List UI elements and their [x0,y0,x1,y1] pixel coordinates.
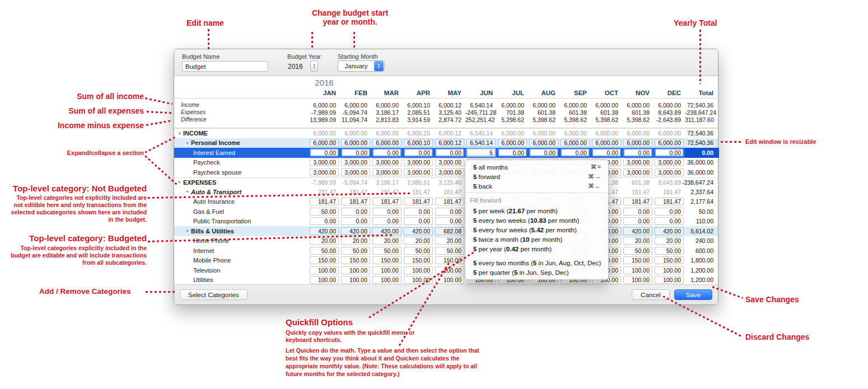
editable-cell[interactable]: 181.47 [341,198,370,205]
editable-cell[interactable]: 20.00 [435,237,464,245]
disclosure-triangle-icon[interactable]: ▼ [185,141,189,145]
editable-cell[interactable]: 0.00 [529,148,558,157]
editable-cell[interactable]: 0.00 [655,217,684,225]
editable-cell[interactable]: 6,000.00 [655,139,684,147]
editable-cell[interactable]: 50.00 [310,208,339,215]
editable-cell[interactable]: 3,000.00 [372,158,402,166]
editable-cell[interactable]: 100.00 [623,266,652,274]
editable-cell[interactable]: 3,000.00 [310,158,339,166]
editing-cell[interactable]: 5 [466,148,496,157]
editable-cell[interactable]: 100.00 [310,266,339,274]
disclosure-triangle-icon[interactable]: ▼ [178,180,181,184]
editable-cell[interactable]: 100.00 [655,276,684,284]
editable-cell[interactable]: 3,000.00 [623,158,652,166]
menu-item-5-per-quarter-5-in-jun-sep-dec[interactable]: 5 per quarter (5 in Jun, Sep, Dec) [465,268,608,277]
editable-cell[interactable]: 6,000.00 [623,139,652,147]
editable-cell[interactable]: 6,000.00 [372,139,402,147]
editable-cell[interactable]: 50.00 [435,247,464,255]
editable-cell[interactable]: 50.00 [372,247,402,255]
editable-cell[interactable]: 150.00 [341,256,370,264]
menu-item-5-every-four-weeks-5-42-per-month[interactable]: 5 every four weeks (5.42 per month) [465,225,608,235]
editable-cell[interactable]: 3,000.00 [310,168,339,176]
budget-row-utilities[interactable]: Utilities100.00100.00100.00100.00100.001… [174,275,718,285]
editable-cell[interactable]: 0.00 [655,148,684,157]
editable-cell[interactable]: 420.00 [310,227,339,235]
editable-cell[interactable]: 0.00 [561,148,590,157]
editable-cell[interactable]: 0.00 [623,217,652,225]
menu-item-5-every-two-months-5-in-jun-aug-oct-dec[interactable]: 5 every two months (5 in Jun, Aug, Oct, … [465,258,608,268]
editable-cell[interactable]: 20.00 [655,237,684,245]
editable-cell[interactable]: 150.00 [372,256,402,264]
editable-cell[interactable]: 0.00 [372,208,402,215]
editable-cell[interactable]: 20.00 [310,237,339,245]
editable-cell[interactable]: 0.00 [404,208,433,215]
editable-cell[interactable]: 20.00 [341,237,370,245]
editable-cell[interactable]: 100.00 [404,266,433,274]
editable-cell[interactable]: 100.00 [655,266,684,274]
editable-cell[interactable]: 181.47 [435,198,464,205]
editable-cell[interactable]: 420.00 [404,227,433,235]
editable-cell[interactable]: 0.00 [435,208,464,215]
disclosure-triangle-icon[interactable]: ▼ [185,190,189,194]
editable-cell[interactable]: 100.00 [310,276,339,284]
editable-cell[interactable]: 3,000.00 [341,168,370,176]
starting-month-select[interactable]: January ▲▼ [338,60,385,72]
budget-row-interest-earned[interactable]: Interest Earned0.000.000.000.000.0050.00… [174,148,718,158]
editable-cell[interactable]: 0.00 [372,217,402,225]
budget-row-gas-fuel[interactable]: Gas & Fuel50.000.000.000.000.000.000.000… [174,207,718,217]
editable-cell[interactable]: 3,000.00 [341,158,370,166]
editable-cell[interactable]: 50.00 [404,247,433,255]
editable-cell[interactable]: 0.00 [623,148,652,157]
editable-cell[interactable]: 50.00 [655,247,684,255]
editable-cell[interactable]: 0.00 [341,217,370,225]
menu-item-5-every-two-weeks-10-83-per-month[interactable]: 5 every two weeks (10.83 per month) [465,215,608,225]
editable-cell[interactable]: 20.00 [623,237,652,245]
editable-cell[interactable]: 150.00 [655,256,684,264]
editable-cell[interactable]: 3,000.00 [404,168,433,176]
select-categories-button[interactable]: Select Categories [180,289,248,300]
menu-item-5-twice-a-month-10-per-month[interactable]: 5 twice a month (10 per month) [465,235,608,244]
editable-cell[interactable]: 0.00 [655,208,684,215]
budget-year-stepper[interactable]: ▲ ▼ [310,60,318,72]
editable-cell[interactable]: 0.00 [592,148,621,157]
editable-cell[interactable]: 50.00 [310,247,339,255]
editable-cell[interactable]: 6,000.12 [435,139,464,147]
editable-cell[interactable]: 3,000.00 [435,158,464,166]
editable-cell[interactable]: 150.00 [310,256,339,264]
editable-cell[interactable]: 181.47 [310,198,339,205]
editable-cell[interactable]: 150.00 [623,256,652,264]
budget-row-mobile-phone[interactable]: Mobile Phone150.00150.00150.00150.00150.… [174,256,718,266]
editable-cell[interactable]: 3,000.00 [372,168,402,176]
editable-cell[interactable]: 0.00 [404,217,433,225]
editable-cell[interactable]: 0.00 [498,148,527,157]
editable-cell[interactable]: 0.00 [372,148,402,157]
menu-item-5-back[interactable]: 5 back⌘← [465,181,608,191]
save-button[interactable]: Save [674,289,712,300]
editable-cell[interactable]: 0.00 [435,148,464,157]
editable-cell[interactable]: 6,000.10 [404,139,433,147]
menu-item-5-all-months[interactable]: 5 all months⌘= [465,162,608,172]
menu-item-5-per-year-0-42-per-month[interactable]: 5 per year (0.42 per month) [465,244,608,254]
editable-cell[interactable]: 181.47 [404,198,433,205]
editable-cell[interactable]: 6,000.00 [592,139,621,147]
budget-row-paycheck[interactable]: Paycheck3,000.003,000.003,000.003,000.00… [174,158,718,168]
budget-row-public-transportation[interactable]: Public Transportation0.000.000.000.000.0… [174,217,718,227]
editable-cell[interactable]: 100.00 [341,276,370,284]
editable-cell[interactable]: 0.00 [341,208,370,215]
budget-row-internet[interactable]: Internet50.0050.0050.0050.0050.0050.0050… [174,246,718,256]
editable-cell[interactable]: 20.00 [372,237,402,245]
editable-cell[interactable]: 3,000.00 [435,168,464,176]
editable-cell[interactable]: 0.00 [435,217,464,225]
editable-cell[interactable]: 50.00 [623,247,652,255]
editable-cell[interactable]: 0.00 [310,148,339,157]
editable-cell[interactable]: 100.00 [341,266,370,274]
editable-cell[interactable]: 3,000.00 [655,168,684,176]
budget-row-bills-utilities[interactable]: ▼Bills & Utilities420.00420.00420.00420.… [174,226,718,236]
editable-cell[interactable]: 6,000.00 [341,139,370,147]
editable-cell[interactable]: 0.00 [623,208,652,215]
budget-row-expenses[interactable]: ▼EXPENSES-7,989.09-5,094.743,186.172,085… [174,177,718,188]
editable-cell[interactable]: 6,000.00 [310,139,339,147]
editable-cell[interactable]: 20.00 [404,237,433,245]
disclosure-triangle-icon[interactable]: ▼ [185,229,189,233]
editable-cell[interactable]: 420.00 [623,227,652,235]
